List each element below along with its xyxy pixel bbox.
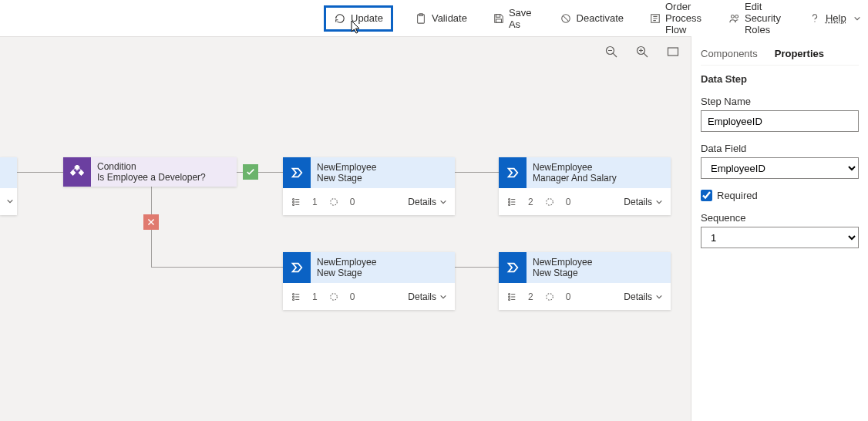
connector xyxy=(17,172,63,173)
save-as-label: Save As xyxy=(509,7,533,30)
validate-button[interactable]: Validate xyxy=(410,7,472,30)
svg-point-16 xyxy=(293,200,294,202)
stage-name: New Stage xyxy=(317,173,449,184)
svg-rect-2 xyxy=(496,14,500,17)
zoom-controls xyxy=(604,45,680,59)
stage-steps-count: 1 xyxy=(312,291,318,302)
tab-properties[interactable]: Properties xyxy=(775,48,824,59)
steps-icon xyxy=(506,291,517,302)
stage-node[interactable]: NewEmployee New Stage 2 0 Details xyxy=(499,252,671,310)
people-icon xyxy=(729,12,740,25)
order-process-flow-label: Order Process Flow xyxy=(665,1,703,35)
condition-yes-icon xyxy=(243,164,258,180)
svg-rect-11 xyxy=(668,48,678,56)
stage-loops-count: 0 xyxy=(566,197,571,207)
edit-security-roles-label: Edit Security Roles xyxy=(745,1,782,35)
help-button[interactable]: Help xyxy=(804,7,868,30)
condition-node[interactable]: Condition Is Employee a Developer? xyxy=(63,157,237,187)
stage-name: New Stage xyxy=(317,268,449,278)
save-as-button[interactable]: Save As xyxy=(489,7,538,30)
svg-rect-14 xyxy=(79,170,84,176)
deactivate-button[interactable]: Deactivate xyxy=(555,7,628,30)
svg-point-30 xyxy=(546,293,553,300)
stage-details-button[interactable]: Details xyxy=(624,197,663,207)
condition-no-icon xyxy=(143,214,159,230)
svg-point-28 xyxy=(509,295,510,297)
update-button[interactable]: Update xyxy=(324,5,393,32)
deactivate-icon xyxy=(560,12,572,25)
order-process-flow-button[interactable]: Order Process Flow xyxy=(645,7,708,30)
validate-label: Validate xyxy=(432,12,467,24)
svg-point-29 xyxy=(509,298,510,300)
stage-loops-count: 0 xyxy=(566,291,571,302)
chevron-down-icon xyxy=(439,293,447,301)
loops-icon xyxy=(544,197,555,207)
zoom-in-button[interactable] xyxy=(635,45,649,59)
svg-point-20 xyxy=(509,200,510,202)
condition-icon xyxy=(63,157,91,187)
command-bar: Update Validate Save As Deactivate Order… xyxy=(0,0,868,36)
loops-icon xyxy=(328,197,339,207)
step-name-input[interactable] xyxy=(701,110,859,132)
svg-point-27 xyxy=(509,293,510,295)
stage-entity: NewEmployee xyxy=(533,257,664,268)
designer-canvas[interactable]: Condition Is Employee a Developer? NewEm… xyxy=(0,36,691,421)
svg-point-26 xyxy=(330,293,337,300)
order-icon xyxy=(650,12,661,25)
svg-point-18 xyxy=(330,198,337,205)
data-field-select[interactable]: EmployeeID xyxy=(701,157,859,179)
required-label: Required xyxy=(717,190,758,201)
stage-details-button[interactable]: Details xyxy=(408,197,447,207)
svg-point-25 xyxy=(293,298,294,300)
stage-node-partial[interactable] xyxy=(0,157,17,215)
clipboard-icon xyxy=(415,12,427,25)
svg-point-24 xyxy=(293,295,294,297)
zoom-out-button[interactable] xyxy=(604,45,618,59)
help-icon xyxy=(809,12,821,25)
condition-subtitle: Is Employee a Developer? xyxy=(97,172,230,183)
stage-name: Manager And Salary xyxy=(533,173,664,184)
svg-rect-12 xyxy=(74,165,80,170)
svg-point-7 xyxy=(735,15,738,18)
stage-node[interactable]: NewEmployee New Stage 1 0 Details xyxy=(283,252,455,310)
panel-heading: Data Step xyxy=(701,73,859,85)
fit-canvas-button[interactable] xyxy=(666,45,680,59)
stage-steps-count: 2 xyxy=(528,291,533,302)
chevron-down-icon xyxy=(6,197,14,207)
stage-icon xyxy=(283,252,311,283)
svg-point-23 xyxy=(293,293,294,295)
connector xyxy=(151,267,283,268)
svg-point-6 xyxy=(731,15,734,18)
connector xyxy=(455,172,499,173)
panel-tabs: Components Properties xyxy=(701,42,859,66)
stage-details-button[interactable]: Details xyxy=(624,291,663,302)
stage-steps-count: 1 xyxy=(312,197,318,207)
loops-icon xyxy=(544,291,555,302)
stage-details-button[interactable]: Details xyxy=(408,291,447,302)
help-label: Help xyxy=(826,12,846,24)
edit-security-roles-button[interactable]: Edit Security Roles xyxy=(725,7,787,30)
stage-steps-count: 2 xyxy=(528,197,533,207)
sequence-label: Sequence xyxy=(701,212,859,224)
svg-point-19 xyxy=(509,198,510,200)
save-icon xyxy=(493,12,504,25)
condition-title: Condition xyxy=(97,161,230,172)
sequence-select[interactable]: 1 xyxy=(701,227,859,248)
deactivate-label: Deactivate xyxy=(577,12,624,24)
tab-components[interactable]: Components xyxy=(701,48,758,59)
stage-icon xyxy=(499,252,527,283)
properties-panel: Components Properties Data Step Step Nam… xyxy=(691,36,868,421)
stage-icon xyxy=(499,157,527,188)
chevron-down-icon xyxy=(655,198,663,206)
loops-icon xyxy=(328,291,339,302)
stage-node[interactable]: NewEmployee New Stage 1 0 Details xyxy=(283,157,455,215)
required-checkbox[interactable] xyxy=(701,190,712,201)
stage-node[interactable]: NewEmployee Manager And Salary 2 0 Detai… xyxy=(499,157,671,215)
stage-entity: NewEmployee xyxy=(533,162,664,173)
connector xyxy=(455,267,499,268)
stage-name: New Stage xyxy=(533,268,664,278)
svg-point-15 xyxy=(293,198,294,200)
svg-point-21 xyxy=(509,204,510,205)
chevron-down-icon xyxy=(851,12,863,25)
data-field-label: Data Field xyxy=(701,143,859,154)
